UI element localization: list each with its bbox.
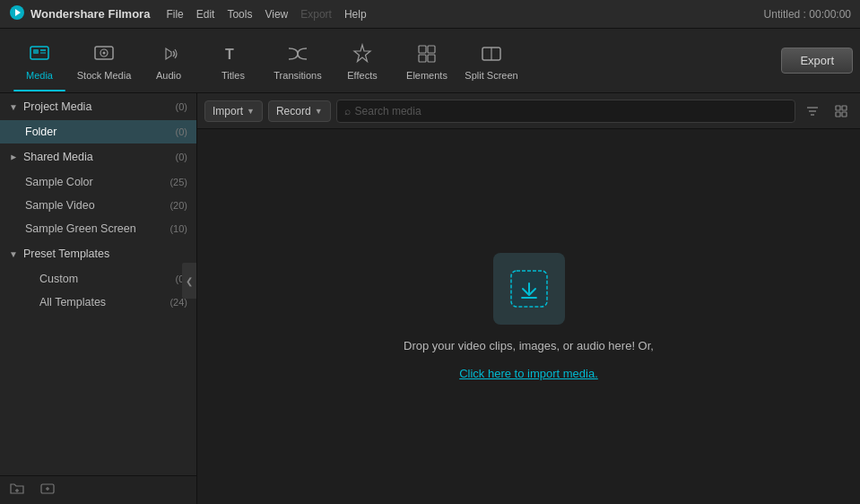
preset-templates-label: Preset Templates [23, 248, 109, 260]
svg-point-8 [103, 51, 106, 54]
app-name: Wondershare Filmora [30, 7, 150, 21]
svg-rect-11 [419, 46, 426, 53]
sidebar-item-sample-video[interactable]: Sample Video (20) [0, 194, 196, 217]
custom-label: Custom [39, 273, 78, 285]
toolbar-btn-effects[interactable]: Effects [330, 30, 395, 91]
svg-rect-12 [428, 46, 435, 53]
toolbar-btn-audio[interactable]: Audio [136, 30, 201, 91]
project-media-label: Project Media [23, 100, 91, 113]
preset-templates-arrow: ▼ [9, 249, 18, 259]
sidebar-item-custom[interactable]: Custom (0) [0, 267, 196, 291]
drop-text-main: Drop your video clips, images, or audio … [404, 339, 654, 352]
toolbar-btn-titles[interactable]: T Titles [201, 30, 265, 91]
toolbar-label-media: Media [26, 70, 53, 81]
main-area: ▼ Project Media (0) Folder (0) ▼ Shared … [0, 93, 860, 504]
toolbar-label-transitions: Transitions [274, 70, 321, 81]
record-button[interactable]: Record ▼ [268, 100, 331, 122]
add-media-icon[interactable] [39, 481, 56, 500]
sidebar-section-project-media[interactable]: ▼ Project Media (0) [0, 93, 196, 120]
svg-rect-25 [836, 106, 840, 110]
search-icon: ⌕ [344, 105, 351, 117]
sidebar-collapse-arrow[interactable]: ❮ [182, 263, 196, 299]
toolbar-label-stock-media: Stock Media [77, 70, 132, 81]
sample-green-screen-count: (10) [169, 223, 187, 234]
sample-color-label: Sample Color [25, 176, 93, 188]
toolbar-btn-transitions[interactable]: Transitions [265, 30, 330, 91]
project-media-count: (0) [176, 101, 187, 112]
sidebar-section-preset-templates[interactable]: ▼ Preset Templates [0, 240, 196, 267]
import-button[interactable]: Import ▼ [204, 100, 263, 122]
import-dropdown-arrow: ▼ [247, 107, 255, 116]
sidebar-item-all-templates[interactable]: All Templates (24) [0, 291, 196, 314]
search-input[interactable] [355, 105, 787, 117]
sidebar-item-sample-color[interactable]: Sample Color (25) [0, 170, 196, 194]
menu-help[interactable]: Help [344, 8, 367, 21]
drop-zone[interactable]: Drop your video clips, images, or audio … [197, 129, 860, 504]
sidebar-item-sample-green-screen[interactable]: Sample Green Screen (10) [0, 217, 196, 240]
menu-tools[interactable]: Tools [227, 8, 252, 21]
toolbar-label-elements: Elements [406, 70, 447, 81]
record-label: Record [276, 105, 311, 117]
import-label: Import [213, 105, 243, 117]
sample-video-label: Sample Video [25, 199, 95, 212]
svg-rect-28 [842, 112, 847, 117]
sidebar-item-folder[interactable]: Folder (0) [0, 120, 196, 143]
svg-rect-26 [842, 106, 847, 110]
sidebar-bottom-bar [0, 475, 197, 504]
drop-link[interactable]: Click here to import media. [459, 367, 598, 380]
search-bar: ⌕ [336, 100, 795, 123]
sidebar: ▼ Project Media (0) Folder (0) ▼ Shared … [0, 93, 197, 504]
shared-media-arrow: ▼ [8, 152, 18, 161]
record-dropdown-arrow: ▼ [315, 107, 323, 116]
filter-button[interactable] [801, 100, 824, 123]
all-templates-label: All Templates [39, 296, 106, 308]
toolbar-label-effects: Effects [347, 70, 377, 81]
folder-label: Folder [25, 126, 56, 138]
svg-marker-10 [354, 45, 370, 62]
menu-view[interactable]: View [265, 8, 288, 21]
shared-media-label: Shared Media [23, 151, 93, 163]
window-title: Untitled : 00:00:00 [764, 8, 851, 21]
svg-rect-27 [836, 112, 840, 117]
toolbar-btn-media[interactable]: Media [7, 30, 72, 91]
content-area: Import ▼ Record ▼ ⌕ [197, 93, 860, 504]
content-toolbar: Import ▼ Record ▼ ⌕ [197, 93, 860, 129]
toolbar-label-audio: Audio [156, 70, 181, 81]
drop-icon-container [493, 253, 565, 325]
svg-text:T: T [225, 47, 234, 62]
menu-file[interactable]: File [166, 8, 183, 21]
grid-view-button[interactable] [830, 100, 853, 123]
app-icon [9, 4, 25, 23]
svg-rect-3 [33, 49, 39, 54]
titlebar: Wondershare Filmora File Edit Tools View… [0, 0, 860, 29]
sample-green-screen-label: Sample Green Screen [25, 222, 136, 235]
add-folder-icon[interactable] [9, 481, 25, 500]
shared-media-count: (0) [176, 152, 187, 162]
folder-count: (0) [176, 126, 187, 137]
toolbar-label-titles: Titles [222, 70, 245, 81]
svg-rect-13 [419, 55, 426, 62]
sample-color-count: (25) [169, 177, 187, 187]
toolbar: Media Stock Media Audio T Titles Transit… [0, 29, 860, 93]
toolbar-btn-split-screen[interactable]: Split Screen [459, 30, 524, 91]
project-media-arrow: ▼ [9, 102, 18, 112]
menu-edit[interactable]: Edit [196, 8, 215, 21]
sample-video-count: (20) [169, 200, 187, 211]
export-button[interactable]: Export [781, 48, 853, 74]
sidebar-section-shared-media[interactable]: ▼ Shared Media (0) [0, 143, 196, 170]
menu-export[interactable]: Export [300, 8, 332, 21]
toolbar-btn-elements[interactable]: Elements [395, 30, 459, 91]
toolbar-btn-stock-media[interactable]: Stock Media [72, 30, 136, 91]
svg-rect-14 [428, 55, 435, 62]
toolbar-label-split-screen: Split Screen [465, 70, 517, 81]
